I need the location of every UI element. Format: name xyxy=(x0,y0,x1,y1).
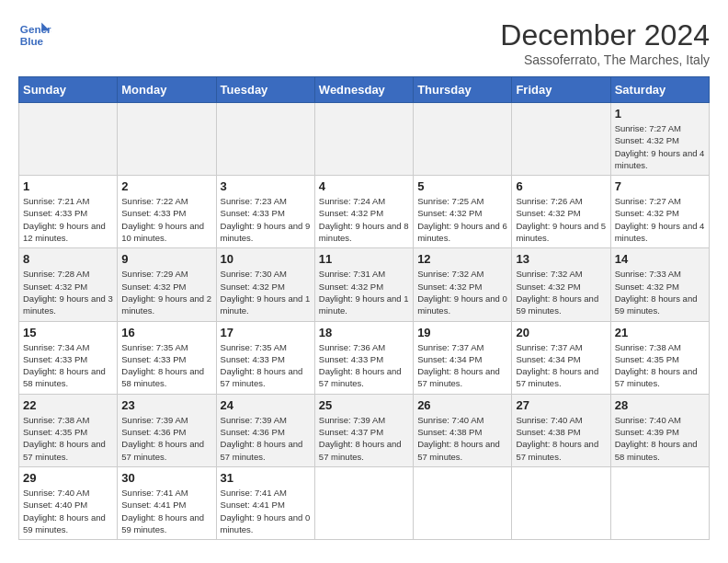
day-info: Sunrise: 7:21 AMSunset: 4:33 PMDaylight:… xyxy=(23,195,113,244)
day-info: Sunrise: 7:41 AMSunset: 4:41 PMDaylight:… xyxy=(121,487,211,535)
day-number: 10 xyxy=(221,252,311,266)
day-number: 22 xyxy=(23,398,113,412)
weekday-header-friday: Friday xyxy=(512,77,610,103)
calendar-week-4: 22Sunrise: 7:38 AMSunset: 4:35 PMDayligh… xyxy=(19,394,710,466)
day-number: 8 xyxy=(23,252,113,266)
calendar-cell: 31Sunrise: 7:41 AMSunset: 4:41 PMDayligh… xyxy=(216,466,314,539)
calendar-week-1: 1Sunrise: 7:21 AMSunset: 4:33 PMDaylight… xyxy=(19,176,710,248)
day-number: 24 xyxy=(221,398,311,412)
weekday-header-sunday: Sunday xyxy=(19,77,118,103)
calendar-cell: 23Sunrise: 7:39 AMSunset: 4:36 PMDayligh… xyxy=(118,394,216,466)
calendar-cell: 10Sunrise: 7:30 AMSunset: 4:32 PMDayligh… xyxy=(216,248,314,321)
day-info: Sunrise: 7:37 AMSunset: 4:34 PMDaylight:… xyxy=(417,341,507,390)
page-header: General Blue General Blue December 2024 … xyxy=(18,18,710,67)
day-number: 15 xyxy=(23,326,113,339)
day-info: Sunrise: 7:36 AMSunset: 4:33 PMDaylight:… xyxy=(319,341,409,390)
day-info: Sunrise: 7:39 AMSunset: 4:36 PMDaylight:… xyxy=(221,414,311,463)
calendar-cell: 30Sunrise: 7:41 AMSunset: 4:41 PMDayligh… xyxy=(118,466,216,539)
calendar-cell: 5Sunrise: 7:25 AMSunset: 4:32 PMDaylight… xyxy=(414,176,512,248)
day-number: 18 xyxy=(319,326,409,339)
calendar-cell: 9Sunrise: 7:29 AMSunset: 4:32 PMDaylight… xyxy=(118,248,216,321)
day-number: 20 xyxy=(516,326,606,339)
calendar-table: SundayMondayTuesdayWednesdayThursdayFrid… xyxy=(18,76,710,540)
day-info: Sunrise: 7:35 AMSunset: 4:33 PMDaylight:… xyxy=(221,341,311,390)
day-number: 13 xyxy=(516,252,606,266)
day-number: 21 xyxy=(615,326,705,339)
calendar-cell: 7Sunrise: 7:27 AMSunset: 4:32 PMDaylight… xyxy=(610,176,709,248)
calendar-cell: 11Sunrise: 7:31 AMSunset: 4:32 PMDayligh… xyxy=(314,248,413,321)
day-number: 23 xyxy=(121,398,211,412)
weekday-header-tuesday: Tuesday xyxy=(216,77,314,103)
calendar-cell: 17Sunrise: 7:35 AMSunset: 4:33 PMDayligh… xyxy=(216,321,314,394)
weekday-header-row: SundayMondayTuesdayWednesdayThursdayFrid… xyxy=(19,77,710,103)
day-number: 28 xyxy=(615,398,705,412)
day-info: Sunrise: 7:35 AMSunset: 4:33 PMDaylight:… xyxy=(121,341,211,390)
day-number: 1 xyxy=(23,179,113,193)
day-number: 9 xyxy=(121,252,211,266)
calendar-week-5: 29Sunrise: 7:40 AMSunset: 4:40 PMDayligh… xyxy=(19,466,710,539)
day-number: 25 xyxy=(319,398,409,412)
day-info: Sunrise: 7:38 AMSunset: 4:35 PMDaylight:… xyxy=(615,341,705,390)
day-info: Sunrise: 7:25 AMSunset: 4:32 PMDaylight:… xyxy=(417,195,507,244)
calendar-cell: 21Sunrise: 7:38 AMSunset: 4:35 PMDayligh… xyxy=(610,321,709,394)
day-number: 29 xyxy=(23,471,113,485)
calendar-cell: 13Sunrise: 7:32 AMSunset: 4:32 PMDayligh… xyxy=(512,248,610,321)
day-info: Sunrise: 7:32 AMSunset: 4:32 PMDaylight:… xyxy=(417,268,507,316)
day-number: 7 xyxy=(615,179,705,193)
day-info: Sunrise: 7:34 AMSunset: 4:33 PMDaylight:… xyxy=(23,341,113,390)
day-info: Sunrise: 7:40 AMSunset: 4:38 PMDaylight:… xyxy=(516,414,606,463)
calendar-cell xyxy=(512,466,610,539)
calendar-cell: 2Sunrise: 7:22 AMSunset: 4:33 PMDaylight… xyxy=(118,176,216,248)
day-info: Sunrise: 7:39 AMSunset: 4:37 PMDaylight:… xyxy=(319,414,409,463)
day-info: Sunrise: 7:30 AMSunset: 4:32 PMDaylight:… xyxy=(221,268,311,316)
logo-icon: General Blue xyxy=(18,18,51,52)
calendar-cell: 28Sunrise: 7:40 AMSunset: 4:39 PMDayligh… xyxy=(610,394,709,466)
day-number: 31 xyxy=(221,471,311,485)
day-number: 14 xyxy=(615,252,705,266)
weekday-header-wednesday: Wednesday xyxy=(314,77,413,103)
day-number: 5 xyxy=(417,179,507,193)
calendar-cell xyxy=(314,103,413,176)
calendar-cell: 1Sunrise: 7:27 AMSunset: 4:32 PMDaylight… xyxy=(610,103,709,176)
calendar-cell: 12Sunrise: 7:32 AMSunset: 4:32 PMDayligh… xyxy=(414,248,512,321)
calendar-cell xyxy=(19,103,118,176)
calendar-cell: 18Sunrise: 7:36 AMSunset: 4:33 PMDayligh… xyxy=(314,321,413,394)
calendar-cell xyxy=(314,466,413,539)
day-info: Sunrise: 7:40 AMSunset: 4:38 PMDaylight:… xyxy=(417,414,507,463)
day-number: 26 xyxy=(417,398,507,412)
calendar-cell: 24Sunrise: 7:39 AMSunset: 4:36 PMDayligh… xyxy=(216,394,314,466)
day-number: 6 xyxy=(516,179,606,193)
calendar-cell: 15Sunrise: 7:34 AMSunset: 4:33 PMDayligh… xyxy=(19,321,118,394)
day-number: 2 xyxy=(121,179,211,193)
day-info: Sunrise: 7:24 AMSunset: 4:32 PMDaylight:… xyxy=(319,195,409,244)
day-info: Sunrise: 7:26 AMSunset: 4:32 PMDaylight:… xyxy=(516,195,606,244)
day-info: Sunrise: 7:28 AMSunset: 4:32 PMDaylight:… xyxy=(23,268,113,316)
day-info: Sunrise: 7:27 AMSunset: 4:32 PMDaylight:… xyxy=(615,122,705,171)
weekday-header-saturday: Saturday xyxy=(610,77,709,103)
day-info: Sunrise: 7:31 AMSunset: 4:32 PMDaylight:… xyxy=(319,268,409,316)
day-number: 1 xyxy=(615,107,705,121)
day-number: 11 xyxy=(319,252,409,266)
day-info: Sunrise: 7:27 AMSunset: 4:32 PMDaylight:… xyxy=(615,195,705,244)
day-number: 30 xyxy=(121,471,211,485)
day-number: 27 xyxy=(516,398,606,412)
calendar-cell: 4Sunrise: 7:24 AMSunset: 4:32 PMDaylight… xyxy=(314,176,413,248)
calendar-cell: 25Sunrise: 7:39 AMSunset: 4:37 PMDayligh… xyxy=(314,394,413,466)
svg-text:Blue: Blue xyxy=(20,35,44,47)
day-number: 4 xyxy=(319,179,409,193)
day-info: Sunrise: 7:41 AMSunset: 4:41 PMDaylight:… xyxy=(221,487,311,535)
calendar-header: SundayMondayTuesdayWednesdayThursdayFrid… xyxy=(19,77,710,103)
calendar-cell: 16Sunrise: 7:35 AMSunset: 4:33 PMDayligh… xyxy=(118,321,216,394)
calendar-cell: 14Sunrise: 7:33 AMSunset: 4:32 PMDayligh… xyxy=(610,248,709,321)
day-info: Sunrise: 7:40 AMSunset: 4:39 PMDaylight:… xyxy=(615,414,705,463)
day-info: Sunrise: 7:40 AMSunset: 4:40 PMDaylight:… xyxy=(23,487,113,535)
calendar-cell: 26Sunrise: 7:40 AMSunset: 4:38 PMDayligh… xyxy=(414,394,512,466)
calendar-cell: 8Sunrise: 7:28 AMSunset: 4:32 PMDaylight… xyxy=(19,248,118,321)
title-section: December 2024 Sassoferrato, The Marches,… xyxy=(500,18,710,67)
weekday-header-monday: Monday xyxy=(118,77,216,103)
day-info: Sunrise: 7:29 AMSunset: 4:32 PMDaylight:… xyxy=(121,268,211,316)
calendar-cell xyxy=(414,103,512,176)
calendar-cell xyxy=(216,103,314,176)
weekday-header-thursday: Thursday xyxy=(414,77,512,103)
day-info: Sunrise: 7:39 AMSunset: 4:36 PMDaylight:… xyxy=(121,414,211,463)
